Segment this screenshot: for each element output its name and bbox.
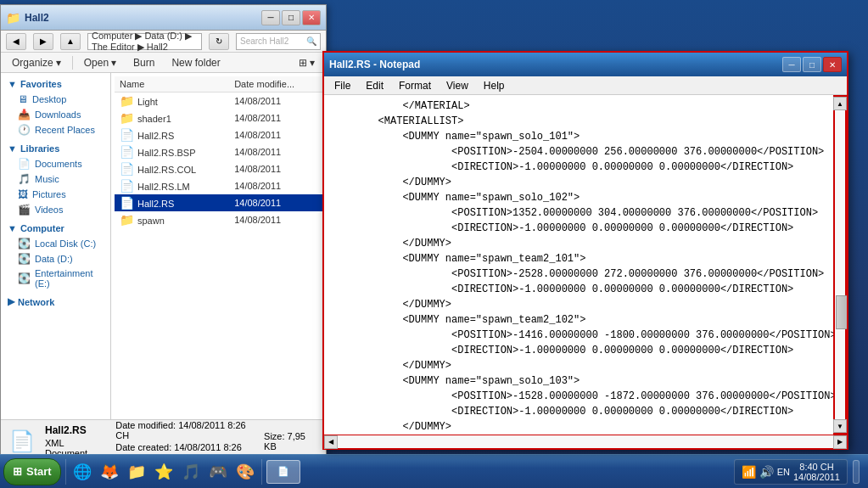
organize-button[interactable]: Organize ▾ (6, 54, 67, 71)
taskbar-icon-yahoo[interactable]: ⭐ (152, 460, 176, 484)
notepad-maximize-button[interactable]: □ (803, 57, 821, 72)
table-row[interactable]: 📄Hall2.RS 14/08/2011 (115, 194, 322, 211)
sidebar-item-desktop[interactable]: 🖥 Desktop (1, 92, 110, 107)
table-row[interactable]: 📁spawn 14/08/2011 (115, 211, 322, 228)
open-button[interactable]: Open ▾ (78, 54, 122, 71)
computer-section: ▼ Computer 💽 Local Disk (C:) 💽 Data (D:)… (1, 221, 110, 290)
explorer-minimize-button[interactable]: ─ (261, 10, 280, 25)
status-filename: Hall2.RS (45, 424, 105, 436)
pictures-icon: 🖼 (18, 188, 28, 200)
file-date-cell: 14/08/2011 (229, 143, 322, 160)
up-button[interactable]: ▲ (60, 33, 81, 50)
favorites-collapse-icon: ▼ (8, 79, 17, 89)
forward-button[interactable]: ▶ (33, 33, 53, 50)
scroll-right-button[interactable]: ▶ (833, 435, 847, 449)
sidebar-item-pictures[interactable]: 🖼 Pictures (1, 187, 110, 202)
taskbar-icon-folder[interactable]: 📁 (125, 460, 148, 484)
sidebar-item-recent-places[interactable]: 🕐 Recent Places (1, 122, 110, 137)
notepad-horizontal-scrollbar[interactable]: ◀ ▶ (324, 435, 847, 448)
file-icon: 📁 (120, 94, 134, 108)
desktop: 📁 Hall2 ─ □ ✕ ◀ ▶ ▲ Computer ▶ Data (D:)… (0, 0, 868, 488)
network-header[interactable]: ▶ Network (1, 294, 110, 310)
file-name-cell: 📄Hall2.RS.LM (115, 177, 229, 194)
scroll-up-button[interactable]: ▲ (833, 97, 847, 110)
sidebar-item-videos[interactable]: 🎬 Videos (1, 202, 110, 217)
file-icon: 📁 (120, 111, 134, 125)
taskbar-divider-2 (261, 459, 262, 485)
show-desktop-button[interactable] (853, 460, 860, 484)
file-date-cell: 14/08/2011 (229, 93, 322, 110)
table-row[interactable]: 📁shader1 14/08/2011 (115, 109, 322, 126)
computer-header[interactable]: ▼ Computer (1, 221, 110, 236)
explorer-window-controls: ─ □ ✕ (261, 10, 321, 25)
notepad-close-button[interactable]: ✕ (823, 57, 842, 72)
table-row[interactable]: 📄Hall2.RS.LM 14/08/2011 (115, 177, 322, 194)
notepad-vertical-scrollbar[interactable]: ▲ ▼ (833, 95, 847, 435)
tray-network-icon[interactable]: 📶 (742, 465, 756, 479)
windows-logo: ⊞ (13, 465, 22, 478)
status-size-info: Size: 7,95 KB (264, 431, 317, 452)
notepad-text[interactable]: </MATERIAL> <MATERIALLIST> <DUMMY name="… (324, 95, 833, 435)
libraries-header[interactable]: ▼ Libraries (1, 141, 110, 156)
burn-button[interactable]: Burn (127, 54, 160, 71)
notepad-minimize-button[interactable]: ─ (782, 57, 801, 72)
tray-volume-icon[interactable]: 🔊 (759, 465, 774, 479)
taskbar-icon-firefox[interactable]: 🦊 (98, 460, 121, 484)
date-column-header[interactable]: Date modifie... (229, 76, 322, 93)
file-icon: 📄 (120, 179, 134, 193)
taskbar-pinned-icons: 🌐 🦊 📁 ⭐ 🎵 🎮 🎨 (70, 460, 257, 484)
address-bar[interactable]: Computer ▶ Data (D:) ▶ The Editor ▶ Hall… (87, 33, 202, 50)
start-button[interactable]: ⊞ Start (3, 458, 61, 485)
name-column-header[interactable]: Name (115, 76, 229, 93)
menu-format[interactable]: Format (392, 78, 438, 93)
music-icon: 🎵 (18, 173, 31, 185)
sidebar-item-data-d[interactable]: 💽 Data (D:) (1, 251, 110, 266)
libraries-collapse-icon: ▼ (8, 143, 17, 154)
file-icon: 📄 (120, 128, 134, 142)
scroll-thumb[interactable] (836, 295, 847, 329)
view-options-button[interactable]: ⊞ ▾ (293, 54, 321, 71)
clock-date: 14/08/2011 (793, 472, 840, 482)
entertainment-e-icon: 💽 (18, 272, 31, 284)
table-row[interactable]: 📁Light 14/08/2011 (115, 93, 322, 110)
taskbar-icon-ie[interactable]: 🌐 (70, 460, 94, 484)
search-bar[interactable]: Search Hall2 🔍 (236, 33, 321, 50)
explorer-close-button[interactable]: ✕ (302, 10, 321, 25)
network-collapse-icon: ▶ (8, 296, 14, 307)
file-icon: 📁 (120, 213, 134, 227)
notepad-title: Hall2.RS - Notepad (329, 59, 782, 70)
table-row[interactable]: 📄Hall2.RS 14/08/2011 (115, 126, 322, 143)
new-folder-button[interactable]: New folder (165, 54, 226, 71)
scroll-track[interactable] (835, 110, 845, 419)
file-icon: 📄 (120, 196, 134, 210)
scroll-left-button[interactable]: ◀ (324, 435, 338, 449)
table-row[interactable]: 📄Hall2.RS.COL 14/08/2011 (115, 160, 322, 177)
menu-edit[interactable]: Edit (359, 78, 390, 93)
sidebar-item-documents[interactable]: 📄 Documents (1, 156, 110, 171)
menu-file[interactable]: File (328, 78, 357, 93)
taskbar-icon-game[interactable]: 🎮 (206, 460, 230, 484)
menu-help[interactable]: Help (477, 78, 512, 93)
taskbar-active-window[interactable]: 📄 (266, 460, 300, 484)
language-indicator[interactable]: EN (777, 467, 790, 477)
back-button[interactable]: ◀ (6, 33, 26, 50)
taskbar: ⊞ Start 🌐 🦊 📁 ⭐ 🎵 🎮 🎨 📄 📶 🔊 EN 8:40 CH (0, 454, 868, 488)
sidebar-item-local-disk-c[interactable]: 💽 Local Disk (C:) (1, 236, 110, 251)
taskbar-icon-media[interactable]: 🎵 (179, 460, 203, 484)
file-date-cell: 14/08/2011 (229, 177, 322, 194)
favorites-header[interactable]: ▼ Favorites (1, 76, 110, 92)
taskbar-divider (65, 459, 66, 485)
sidebar-item-entertainment-e[interactable]: 💽 Entertainment (E:) (1, 266, 110, 290)
menu-view[interactable]: View (440, 78, 475, 93)
explorer-maximize-button[interactable]: □ (282, 10, 300, 25)
sidebar-item-music[interactable]: 🎵 Music (1, 171, 110, 187)
sidebar-item-downloads[interactable]: 📥 Downloads (1, 107, 110, 122)
table-row[interactable]: 📄Hall2.RS.BSP 14/08/2011 (115, 143, 322, 160)
refresh-button[interactable]: ↻ (209, 33, 229, 50)
file-name-cell: 📄Hall2.RS (115, 194, 229, 211)
scroll-down-button[interactable]: ▼ (833, 419, 847, 433)
file-date-cell: 14/08/2011 (229, 126, 322, 143)
explorer-action-toolbar: Organize ▾ Open ▾ Burn New folder ⊞ ▾ (1, 53, 326, 73)
scroll-htrack[interactable] (338, 435, 833, 448)
taskbar-icon-paint[interactable]: 🎨 (233, 460, 257, 484)
